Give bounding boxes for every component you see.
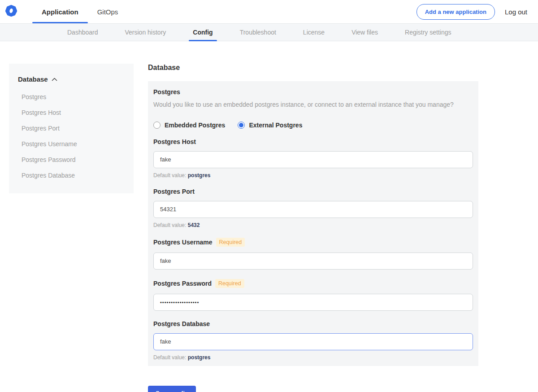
subtab-registry-settings[interactable]: Registry settings [405, 24, 451, 41]
sidebar-group-database[interactable]: Database [18, 75, 125, 83]
app-subnav: Dashboard Version history Config Trouble… [0, 23, 538, 41]
postgres-port-default: Default value: 5432 [153, 222, 473, 228]
top-tabs: Application GitOps [32, 0, 127, 23]
subtab-dashboard[interactable]: Dashboard [67, 24, 98, 41]
postgres-port-label: Postgres Port [153, 188, 473, 195]
radio-external-postgres[interactable]: External Postgres [238, 122, 302, 129]
section-title: Database [148, 64, 478, 72]
radio-embedded-label: Embedded Postgres [165, 122, 225, 129]
sidebar-item-postgres-password[interactable]: Postgres Password [18, 152, 125, 168]
radio-embedded-postgres[interactable]: Embedded Postgres [153, 122, 225, 129]
label-text: Postgres Username [153, 239, 213, 246]
add-application-button[interactable]: Add a new application [417, 4, 495, 20]
radio-selected-icon[interactable] [238, 122, 245, 129]
required-badge: Required [216, 238, 245, 247]
sidebar-item-postgres-username[interactable]: Postgres Username [18, 136, 125, 152]
subtab-version-history[interactable]: Version history [125, 24, 166, 41]
field-group-postgres-host: Postgres Host Default value: postgres [153, 138, 473, 179]
postgres-database-label: Postgres Database [153, 320, 473, 327]
postgres-password-label: Postgres Password Required [153, 279, 473, 288]
chevron-up-icon [52, 78, 57, 81]
postgres-database-input[interactable] [153, 333, 473, 350]
field-group-postgres-port: Postgres Port Default value: 5432 [153, 188, 473, 228]
postgres-label: Postgres [153, 88, 473, 96]
default-value: postgres [188, 172, 211, 179]
config-main: Database Postgres Would you like to use … [148, 64, 478, 392]
default-value: 5432 [188, 222, 200, 228]
postgres-host-input[interactable] [153, 151, 473, 168]
kots-logo-icon [5, 5, 17, 18]
postgres-database-default: Default value: postgres [153, 354, 473, 361]
field-group-postgres: Postgres Would you like to use an embedd… [153, 88, 473, 129]
subtab-view-files[interactable]: View files [351, 24, 378, 41]
sidebar-item-postgres-database[interactable]: Postgres Database [18, 168, 125, 183]
database-config-panel: Postgres Would you like to use an embedd… [148, 81, 478, 366]
sidebar-item-postgres-host[interactable]: Postgres Host [18, 105, 125, 121]
sidebar-group-label: Database [18, 75, 48, 83]
tab-application-label: Application [42, 8, 78, 16]
default-label: Default value: [153, 172, 186, 179]
sidebar-item-postgres-port[interactable]: Postgres Port [18, 121, 125, 136]
postgres-username-input[interactable] [153, 253, 473, 270]
postgres-radio-group: Embedded Postgres External Postgres [153, 122, 473, 129]
required-badge: Required [215, 279, 244, 288]
subtab-config[interactable]: Config [193, 24, 213, 41]
header-actions: Add a new application Log out [417, 0, 527, 23]
field-group-postgres-database: Postgres Database Default value: postgre… [153, 320, 473, 361]
top-header: Application GitOps Add a new application… [0, 0, 538, 23]
save-config-button[interactable]: Save config [148, 386, 196, 392]
logout-link[interactable]: Log out [505, 8, 527, 16]
field-group-postgres-username: Postgres Username Required [153, 238, 473, 270]
default-label: Default value: [153, 354, 186, 361]
radio-unselected-icon[interactable] [153, 122, 161, 129]
config-sidebar: Database Postgres Postgres Host Postgres… [9, 64, 134, 193]
subtab-license[interactable]: License [303, 24, 325, 41]
postgres-username-label: Postgres Username Required [153, 238, 473, 247]
label-text: Postgres Password [153, 280, 212, 287]
tab-gitops[interactable]: GitOps [88, 0, 128, 23]
tab-application[interactable]: Application [32, 0, 88, 23]
postgres-port-input[interactable] [153, 201, 473, 218]
tab-gitops-label: GitOps [97, 8, 118, 16]
field-group-postgres-password: Postgres Password Required [153, 279, 473, 311]
default-label: Default value: [153, 222, 186, 228]
subtab-troubleshoot[interactable]: Troubleshoot [240, 24, 276, 41]
radio-external-label: External Postgres [249, 122, 302, 129]
postgres-host-default: Default value: postgres [153, 172, 473, 179]
sidebar-item-postgres[interactable]: Postgres [18, 89, 125, 105]
config-content: Database Postgres Postgres Host Postgres… [0, 41, 538, 392]
default-value: postgres [188, 354, 211, 361]
postgres-help-text: Would you like to use an embedded postgr… [153, 100, 473, 109]
app-logo[interactable] [5, 0, 17, 23]
postgres-host-label: Postgres Host [153, 138, 473, 145]
postgres-password-input[interactable] [153, 294, 473, 311]
